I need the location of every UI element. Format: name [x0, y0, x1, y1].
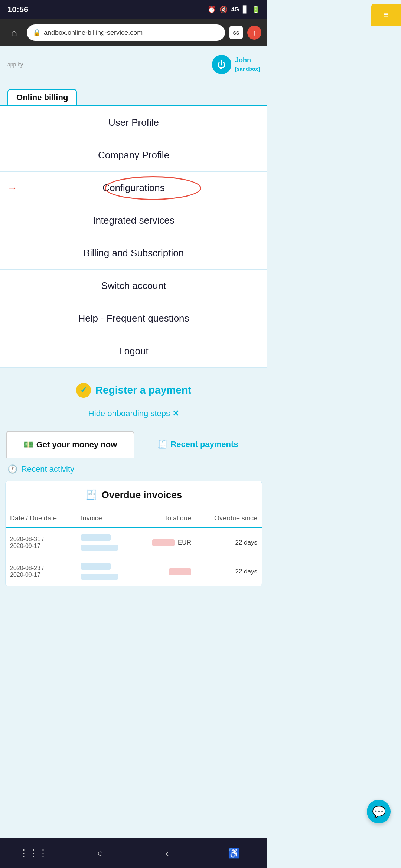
app-logo: app by: [7, 62, 23, 68]
amount-cell-2: [135, 557, 196, 586]
table-row: 2020-08-31 / 2020-09-17 EUR 22 days: [6, 528, 262, 557]
time-display: 10:56: [7, 5, 28, 14]
menu-item-help[interactable]: Help - Frequent questions: [0, 302, 267, 335]
tabs-row: 💵 Get your money now 🧾 Recent payments: [6, 431, 261, 458]
menu-item-logout[interactable]: Logout: [0, 335, 267, 368]
app-by-label: app by: [7, 62, 23, 68]
power-button[interactable]: ⏻: [212, 55, 231, 74]
lock-icon: 🔒: [33, 29, 41, 37]
tab-count[interactable]: 66: [229, 26, 243, 39]
signal-icon: ▋: [243, 6, 248, 14]
dropdown-menu: User Profile Company Profile → Configura…: [0, 105, 267, 368]
user-info[interactable]: ⏻ John[sandbox]: [212, 55, 260, 74]
tab-get-money[interactable]: 💵 Get your money now: [6, 431, 134, 458]
register-payment[interactable]: ✓ Register a payment: [0, 375, 267, 405]
col-total: Total due: [135, 509, 196, 528]
invoice-cell-2: [76, 557, 135, 586]
browser-bar: ⌂ 🔒 andbox.online-billing-service.com 66…: [0, 19, 267, 46]
invoice-icon: 🧾: [85, 489, 97, 501]
status-icons: ⏰ 🔇 4G ▋ 🔋: [208, 6, 260, 14]
date-cell-2: 2020-08-23 / 2020-09-17: [6, 557, 76, 586]
invoices-section: 🧾 Overdue invoices Date / Due date Invoi…: [5, 481, 262, 586]
alarm-icon: ⏰: [208, 6, 216, 14]
menu-item-switch-account[interactable]: Switch account: [0, 270, 267, 302]
check-icon: ✓: [76, 383, 91, 398]
menu-item-configurations[interactable]: → Configurations: [0, 172, 267, 204]
home-button[interactable]: ⌂: [6, 24, 22, 41]
overdue-cell-1: 22 days: [196, 528, 262, 557]
recent-activity[interactable]: 🕐 Recent activity: [0, 458, 267, 481]
page-content: ✓ Register a payment Hide onboarding ste…: [0, 368, 267, 594]
arrow-indicator: →: [7, 182, 17, 194]
network-icon: 4G: [231, 6, 239, 13]
user-name: John[sandbox]: [235, 56, 260, 73]
title-bar: Online billing ≡: [0, 83, 267, 105]
hide-onboarding[interactable]: Hide onboarding steps ✕: [0, 405, 267, 427]
url-bar[interactable]: 🔒 andbox.online-billing-service.com: [27, 24, 225, 41]
table-row: 2020-08-23 / 2020-09-17 22 days: [6, 557, 262, 586]
invoices-header: 🧾 Overdue invoices: [6, 481, 262, 509]
menu-item-integrated-services[interactable]: Integrated services: [0, 204, 267, 237]
close-onboarding-icon[interactable]: ✕: [172, 409, 179, 418]
overdue-cell-2: 22 days: [196, 557, 262, 586]
invoice-table: Date / Due date Invoice Total due Overdu…: [6, 509, 262, 586]
mute-icon: 🔇: [219, 6, 228, 14]
app-header: app by ⏻ John[sandbox]: [0, 46, 267, 83]
status-bar: 10:56 ⏰ 🔇 4G ▋ 🔋: [0, 0, 267, 19]
app-title-tab[interactable]: Online billing: [7, 89, 77, 105]
invoice-cell-1: [76, 528, 135, 557]
amount-cell-1: EUR: [135, 528, 196, 557]
menu-item-company-profile[interactable]: Company Profile: [0, 139, 267, 172]
col-invoice: Invoice: [76, 509, 135, 528]
money-icon: 💵: [23, 440, 33, 450]
receipt-icon: 🧾: [157, 440, 167, 449]
col-overdue: Overdue since: [196, 509, 262, 528]
battery-icon: 🔋: [252, 6, 260, 14]
url-text: andbox.online-billing-service.com: [44, 29, 143, 37]
clock-icon: 🕐: [7, 464, 17, 474]
upload-button[interactable]: ↑: [247, 26, 261, 40]
menu-item-billing-subscription[interactable]: Billing and Subscription: [0, 237, 267, 270]
tab-recent-payments[interactable]: 🧾 Recent payments: [134, 431, 261, 458]
date-cell-1: 2020-08-31 / 2020-09-17: [6, 528, 76, 557]
col-date: Date / Due date: [6, 509, 76, 528]
menu-item-user-profile[interactable]: User Profile: [0, 106, 267, 139]
